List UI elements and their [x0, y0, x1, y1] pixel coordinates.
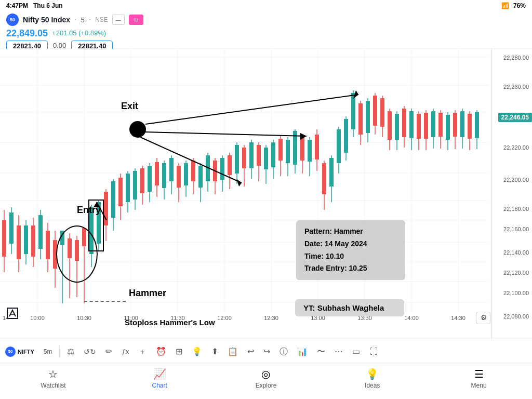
svg-rect-140: [431, 111, 435, 137]
svg-rect-124: [373, 96, 377, 126]
svg-rect-94: [264, 148, 268, 169]
nav-ideas[interactable]: 💡 Ideas: [319, 368, 425, 389]
toolbar-alert[interactable]: ⏰: [153, 347, 169, 357]
current-price-tag: 22,246.05: [498, 113, 532, 122]
svg-rect-100: [286, 140, 290, 163]
price-label-4: 22,220.00: [503, 144, 529, 151]
svg-rect-120: [358, 103, 363, 135]
explore-icon: ◎: [261, 368, 270, 380]
toolbar-undo[interactable]: ↩: [244, 347, 257, 357]
minus-btn[interactable]: —: [112, 15, 125, 25]
svg-rect-82: [220, 158, 224, 180]
svg-rect-152: [475, 112, 479, 138]
svg-rect-92: [257, 145, 261, 166]
svg-rect-122: [366, 101, 370, 133]
svg-point-153: [129, 121, 146, 138]
pattern-info: Pattern: Hammer: [304, 225, 397, 238]
toolbar-notes[interactable]: 📋: [224, 347, 241, 357]
hammer-annotation: Hammer: [129, 288, 166, 299]
toolbar-bar-style[interactable]: 📊: [294, 347, 311, 357]
nav-menu[interactable]: ☰ Menu: [425, 368, 532, 389]
svg-rect-150: [468, 114, 472, 139]
chart-label: Chart: [152, 382, 167, 389]
svg-rect-86: [235, 145, 239, 174]
settings-icon[interactable]: ⚙: [478, 312, 489, 323]
svg-rect-144: [446, 115, 450, 140]
exchange-display: NSE: [95, 16, 108, 23]
stoploss-line: [84, 301, 126, 302]
time-info: Time: 10.10: [304, 250, 397, 263]
svg-line-156: [144, 132, 307, 136]
svg-rect-132: [402, 109, 406, 137]
svg-rect-142: [438, 113, 443, 137]
ideas-icon: 💡: [366, 368, 379, 380]
toolbar-redo[interactable]: ↪: [260, 347, 273, 357]
svg-text:10:00: 10:00: [30, 315, 45, 321]
price-label-7: 22,160.00: [503, 226, 529, 232]
time-display: 4:47PM: [6, 2, 28, 9]
svg-rect-134: [409, 111, 414, 138]
toolbar-info[interactable]: ⓘ: [276, 347, 291, 357]
svg-rect-52: [111, 181, 115, 218]
svg-rect-26: [17, 225, 21, 259]
ideas-label: Ideas: [365, 382, 380, 389]
svg-rect-90: [249, 142, 254, 168]
svg-rect-108: [315, 135, 319, 159]
toolbar-add[interactable]: ＋: [135, 347, 150, 357]
svg-rect-58: [133, 171, 137, 200]
svg-rect-114: [337, 129, 341, 163]
svg-rect-106: [308, 140, 312, 162]
nav-explore[interactable]: ◎ Explore: [213, 368, 320, 389]
svg-rect-76: [198, 166, 203, 188]
battery-display: 76%: [513, 2, 526, 9]
menu-label: Menu: [471, 382, 487, 389]
chart-svg: 10:00 10:30 11:00 11:30 12:00 12:30 13:0…: [0, 49, 488, 325]
toolbar-separator-1: [59, 345, 60, 358]
status-bar: 4:47PM Thu 6 Jun 📶 76%: [0, 0, 532, 11]
tradingview-logo: [5, 306, 20, 323]
svg-rect-72: [184, 163, 188, 185]
chart-area: 22,280.00 22,260.00 22,240.00 22,220.00 …: [0, 49, 532, 340]
trade-entry-info: Trade Entry: 10.25: [304, 262, 397, 275]
price-change: +201.05 (+0.89%): [52, 29, 106, 37]
svg-rect-64: [155, 162, 159, 185]
entry-annotation: Entry: [77, 205, 101, 216]
nav-chart[interactable]: 📈 Chart: [107, 368, 213, 389]
svg-rect-74: [191, 161, 195, 181]
header: 50 Nifty 50 Index · 5 · NSE — ≋ 22,849.0…: [0, 11, 532, 49]
svg-text:14:30: 14:30: [451, 315, 466, 321]
svg-rect-112: [329, 158, 334, 187]
svg-rect-62: [148, 166, 152, 192]
svg-rect-136: [417, 114, 421, 139]
svg-rect-54: [118, 178, 123, 206]
toolbar-indicators[interactable]: ƒx: [118, 347, 132, 356]
toolbar-symbol: NIFTY: [18, 349, 34, 355]
chart-icon: 📈: [153, 368, 166, 380]
svg-rect-118: [351, 93, 355, 129]
svg-rect-146: [453, 113, 457, 137]
toolbar-ideas-icon[interactable]: 💡: [189, 347, 205, 357]
instrument-logo: 50: [6, 14, 19, 26]
toolbar-more[interactable]: ⋯: [331, 347, 346, 357]
toolbar-compare[interactable]: ⚖: [64, 347, 77, 357]
toolbar-draw[interactable]: ✏: [102, 347, 115, 357]
nav-watchlist[interactable]: ☆ Watchlist: [0, 368, 107, 389]
toolbar-fullscreen[interactable]: ⛶: [366, 347, 381, 357]
svg-rect-66: [162, 163, 166, 188]
svg-rect-56: [126, 174, 130, 202]
wave-btn[interactable]: ≋: [129, 15, 143, 25]
svg-rect-126: [380, 98, 384, 127]
price-label-11: 22,080.00: [503, 313, 529, 320]
toolbar-replay[interactable]: ↺↻: [81, 347, 99, 356]
toolbar-timeframe[interactable]: 5m: [41, 347, 56, 356]
price-label-8: 22,140.00: [503, 249, 529, 256]
toolbar-layout[interactable]: ▭: [349, 347, 363, 357]
svg-rect-110: [322, 163, 326, 194]
svg-rect-32: [38, 215, 43, 249]
svg-rect-30: [31, 225, 35, 257]
toolbar-wave[interactable]: 〜: [314, 347, 328, 357]
svg-rect-68: [169, 158, 174, 181]
toolbar-watchlist-grid[interactable]: ⊞: [172, 347, 185, 357]
price-label-5: 22,200.00: [503, 177, 529, 183]
toolbar-publish[interactable]: ⬆: [208, 347, 221, 357]
